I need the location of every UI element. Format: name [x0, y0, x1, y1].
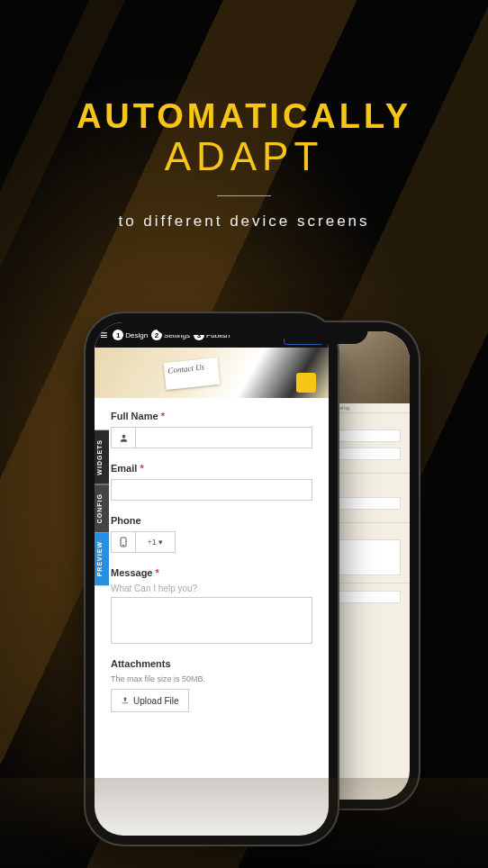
contact-card: Contact Us [164, 357, 221, 390]
field-attachments: Attachments The max file size is 50MB. U… [111, 658, 312, 712]
person-icon [111, 427, 136, 448]
hero-title-2: ADAPT [0, 134, 488, 179]
email-input[interactable] [111, 479, 312, 501]
phone-icon [111, 531, 136, 553]
hero-section: AUTOMATICALLY ADAPT to different device … [0, 97, 488, 231]
upload-file-button[interactable]: Upload File [111, 689, 189, 712]
attachments-label: Attachments [111, 658, 312, 669]
full-name-input[interactable] [136, 427, 312, 448]
yellow-tag [296, 373, 316, 393]
notch [281, 322, 368, 344]
menu-icon[interactable]: ≡ [100, 328, 107, 342]
country-code-select[interactable]: +1 ▾ [136, 531, 176, 553]
hero-subtitle: to different device screens [0, 212, 488, 231]
tab-config[interactable]: CONFIG [95, 484, 109, 532]
upload-icon [121, 696, 130, 705]
step-label-1: Design [125, 331, 148, 339]
message-textarea[interactable] [111, 597, 312, 644]
upload-label: Upload File [133, 696, 179, 706]
screen-primary: ≡ 1 Design 2 Settings 3 Publish Save [95, 322, 329, 836]
hero-title-1: AUTOMATICALLY [0, 97, 488, 136]
step-num-1: 1 [113, 330, 123, 340]
reflection [0, 778, 488, 868]
phone-mockups: cial occasion. Please complete the follo… [0, 313, 488, 868]
side-tabs: WIDGETS CONFIG PREVIEW [95, 430, 109, 585]
email-label: Email * [111, 463, 312, 474]
field-message: Message * What Can I help you? [111, 567, 312, 644]
svg-point-0 [122, 434, 125, 438]
attachments-note: The max file size is 50MB. [111, 674, 312, 683]
form-header-image: Contact Us [95, 348, 329, 398]
field-full-name: Full Name * [111, 411, 312, 448]
field-phone: Phone +1 ▾ [111, 515, 312, 553]
full-name-label: Full Name * [111, 411, 312, 421]
tab-preview[interactable]: PREVIEW [95, 532, 109, 585]
phone-label: Phone [111, 515, 312, 526]
divider [217, 195, 271, 196]
notch [154, 313, 270, 335]
phone-primary: ≡ 1 Design 2 Settings 3 Publish Save [86, 313, 338, 845]
message-placeholder: What Can I help you? [111, 583, 312, 593]
step-design[interactable]: 1 Design [113, 330, 148, 340]
contact-form: Full Name * Email * [95, 398, 329, 712]
tab-widgets[interactable]: WIDGETS [95, 430, 109, 484]
field-email: Email * [111, 463, 312, 501]
message-label: Message * [111, 567, 312, 578]
